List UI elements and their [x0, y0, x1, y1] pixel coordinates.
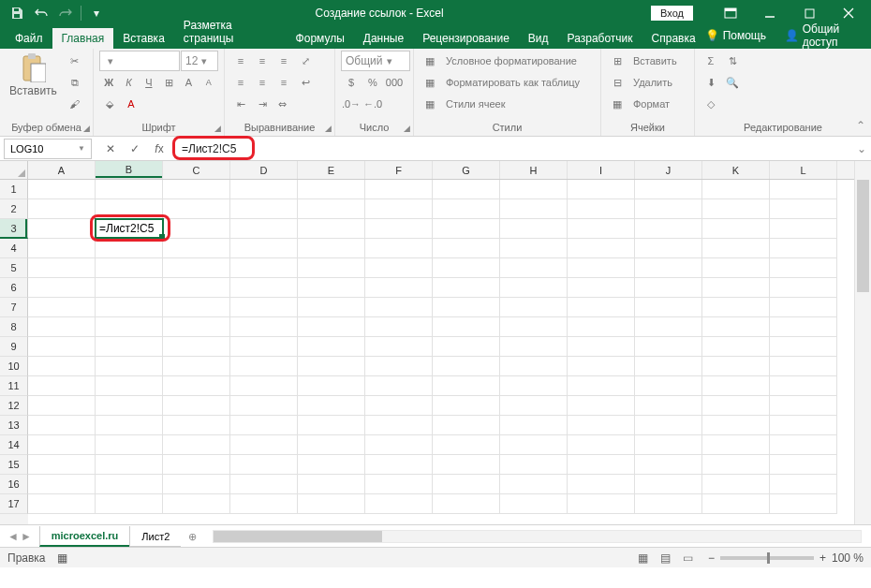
row-header[interactable]: 8: [0, 317, 28, 337]
normal-view-icon[interactable]: ▦: [633, 550, 654, 566]
macro-record-icon[interactable]: ▦: [57, 551, 67, 565]
col-header[interactable]: C: [163, 161, 230, 179]
autosum-icon[interactable]: Σ: [701, 51, 721, 71]
col-header[interactable]: L: [770, 161, 837, 179]
copy-icon[interactable]: ⧉: [65, 72, 85, 93]
col-header[interactable]: G: [433, 161, 500, 179]
zoom-slider[interactable]: [720, 556, 814, 560]
col-header[interactable]: K: [702, 161, 770, 179]
row-header[interactable]: 7: [0, 298, 28, 317]
sheet-tab[interactable]: Лист2: [129, 527, 182, 547]
insert-cells-button[interactable]: Вставить: [628, 51, 682, 71]
cell-styles-icon[interactable]: ▦: [420, 94, 440, 114]
qat-customize-icon[interactable]: ▾: [85, 2, 108, 24]
fx-icon[interactable]: fx: [148, 139, 170, 159]
sheet-tab-active[interactable]: microexcel.ru: [39, 526, 131, 547]
format-cells-icon[interactable]: ▦: [607, 94, 627, 114]
col-header[interactable]: J: [635, 161, 702, 179]
row-header[interactable]: 14: [0, 435, 28, 455]
paste-button[interactable]: Вставить: [6, 51, 61, 99]
increase-decimal-icon[interactable]: .0→: [341, 94, 362, 114]
zoom-level[interactable]: 100 %: [832, 551, 864, 565]
row-header[interactable]: 6: [0, 278, 28, 298]
conditional-format-button[interactable]: Условное форматирование: [441, 51, 582, 71]
align-center-icon[interactable]: ≡: [252, 72, 273, 93]
tab-view[interactable]: Вид: [519, 28, 558, 49]
sheet-next-icon[interactable]: ►: [21, 530, 32, 543]
row-header[interactable]: 3: [0, 219, 28, 239]
tab-data[interactable]: Данные: [354, 28, 413, 49]
align-bottom-icon[interactable]: ≡: [273, 51, 294, 71]
share-button[interactable]: Общий доступ: [803, 22, 865, 49]
col-header[interactable]: I: [568, 161, 635, 179]
number-format-select[interactable]: Общий▾: [341, 51, 410, 71]
tell-me[interactable]: Помощь: [723, 29, 766, 42]
dialog-launcher-icon[interactable]: ◢: [404, 124, 410, 133]
active-cell[interactable]: =Лист2!C5: [95, 218, 164, 239]
format-cells-button[interactable]: Формат: [628, 94, 674, 114]
col-header[interactable]: H: [500, 161, 568, 179]
percent-icon[interactable]: %: [362, 72, 383, 93]
format-table-button[interactable]: Форматировать как таблицу: [441, 72, 584, 93]
bold-button[interactable]: Ж: [99, 72, 118, 93]
cells-area[interactable]: document.write(Array.from({length:17},()…: [28, 180, 854, 514]
zoom-out-icon[interactable]: −: [708, 551, 715, 565]
tab-file[interactable]: Файл: [6, 28, 52, 49]
indent-increase-icon[interactable]: ⇥: [252, 94, 273, 114]
redo-icon[interactable]: [54, 2, 77, 24]
row-header[interactable]: 15: [0, 455, 28, 475]
conditional-format-icon[interactable]: ▦: [420, 51, 440, 71]
page-break-icon[interactable]: ▭: [678, 550, 699, 566]
col-header[interactable]: E: [298, 161, 365, 179]
col-header[interactable]: D: [230, 161, 298, 179]
font-color-icon[interactable]: A: [121, 94, 141, 114]
horizontal-scrollbar[interactable]: [213, 530, 862, 543]
vertical-scrollbar[interactable]: [854, 161, 871, 524]
tab-page-layout[interactable]: Разметка страницы: [174, 15, 287, 49]
select-all-corner[interactable]: [0, 161, 28, 180]
merge-icon[interactable]: ⇔: [273, 94, 291, 114]
row-header[interactable]: 12: [0, 396, 28, 416]
indent-decrease-icon[interactable]: ⇤: [230, 94, 251, 114]
tab-help[interactable]: Справка: [642, 28, 705, 49]
row-header[interactable]: 17: [0, 494, 28, 514]
row-header[interactable]: 11: [0, 376, 28, 396]
col-header[interactable]: B: [96, 161, 163, 179]
insert-cells-icon[interactable]: ⊞: [607, 51, 627, 71]
row-header[interactable]: 9: [0, 337, 28, 357]
cell-styles-button[interactable]: Стили ячеек: [441, 94, 509, 114]
underline-button[interactable]: Ч: [140, 72, 158, 93]
row-header[interactable]: 2: [0, 199, 28, 219]
add-sheet-icon[interactable]: ⊕: [181, 527, 204, 547]
cut-icon[interactable]: ✂: [65, 51, 85, 71]
undo-icon[interactable]: [30, 2, 52, 24]
row-header[interactable]: 1: [0, 180, 28, 199]
dialog-launcher-icon[interactable]: ◢: [83, 124, 90, 133]
tab-home[interactable]: Главная: [52, 28, 114, 49]
find-icon[interactable]: 🔍: [722, 72, 743, 93]
cancel-formula-icon[interactable]: ✕: [99, 139, 122, 159]
sheet-prev-icon[interactable]: ◄: [7, 530, 19, 543]
font-size-select[interactable]: 12▾: [181, 51, 218, 71]
wrap-text-icon[interactable]: ↩: [295, 72, 316, 93]
expand-formula-icon[interactable]: ⌄: [852, 142, 871, 155]
tab-developer[interactable]: Разработчик: [558, 28, 642, 49]
delete-cells-button[interactable]: Удалить: [628, 72, 677, 93]
zoom-in-icon[interactable]: +: [819, 551, 826, 565]
italic-button[interactable]: К: [119, 72, 138, 93]
row-header[interactable]: 4: [0, 239, 28, 258]
font-name-select[interactable]: ▾: [99, 51, 180, 71]
border-icon[interactable]: ⊞: [159, 72, 178, 93]
tab-insert[interactable]: Вставка: [113, 28, 174, 49]
fill-icon[interactable]: ⬇: [701, 72, 721, 93]
sign-in-button[interactable]: Вход: [651, 6, 693, 21]
accept-formula-icon[interactable]: ✓: [124, 139, 146, 159]
collapse-ribbon-icon[interactable]: ⌃: [856, 119, 865, 132]
row-header[interactable]: 13: [0, 416, 28, 435]
row-header[interactable]: 5: [0, 258, 28, 278]
save-icon[interactable]: [6, 2, 28, 24]
tab-formulas[interactable]: Формулы: [287, 28, 354, 49]
font-grow-icon[interactable]: A: [179, 72, 198, 93]
tab-review[interactable]: Рецензирование: [413, 28, 519, 49]
currency-icon[interactable]: $: [341, 72, 362, 93]
